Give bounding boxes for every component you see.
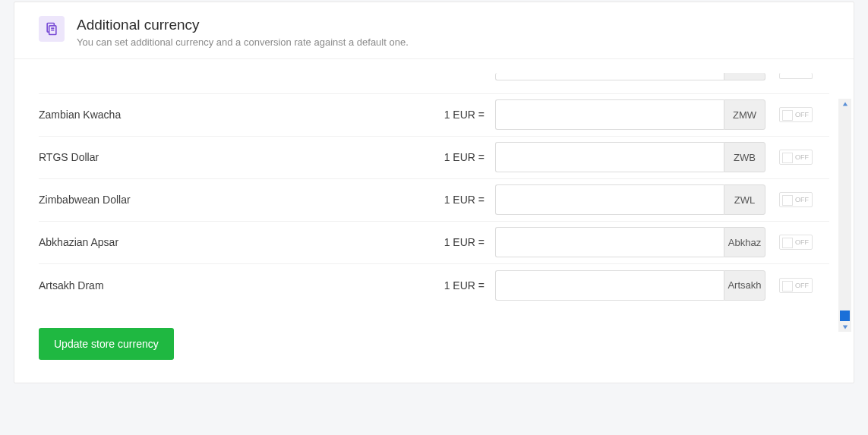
rate-input-group: Artsakh [495,270,765,301]
currency-name: RTGS Dollar [39,151,431,163]
conversion-rate-input[interactable] [495,270,724,301]
conversion-rate-input[interactable] [495,227,724,257]
update-store-currency-button[interactable]: Update store currency [39,328,174,360]
currency-name: Zambian Kwacha [39,109,431,121]
base-rate-label: 1 EUR = [431,194,485,206]
currency-row: Zambian Kwacha1 EUR =ZMWOFF [39,94,829,137]
conversion-rate-input[interactable] [495,73,724,80]
currency-row: RTGS Dollar1 EUR =ZWBOFF [39,137,829,179]
currency-name: Artsakh Dram [39,279,431,292]
conversion-rate-input[interactable] [495,142,724,172]
base-rate-label: 1 EUR = [431,279,485,292]
currency-toggle[interactable]: OFF [779,235,813,250]
currency-toggle[interactable]: OFF [779,150,813,165]
currency-code-addon: Artsakh [724,270,765,301]
rate-input-group: ZMW [495,99,765,130]
currency-rows: Zambian Kwacha1 EUR =ZMWOFFRTGS Dollar1 … [14,77,854,307]
scroll-thumb[interactable] [840,310,850,321]
currency-toggle[interactable]: OFF [779,192,813,207]
rate-input-group: ZWB [495,142,765,172]
currency-row: Artsakh Dram1 EUR =ArtsakhOFF [39,264,829,307]
scroll-up-arrow-icon[interactable] [838,99,851,109]
currency-code-addon [724,73,765,80]
svg-marker-5 [842,325,847,329]
currency-row [39,77,829,94]
conversion-rate-input[interactable] [495,99,724,130]
conversion-rate-input[interactable] [495,184,724,215]
base-rate-label: 1 EUR = [431,151,485,163]
currency-toggle[interactable]: OFF [779,278,813,293]
base-rate-label: 1 EUR = [431,236,485,248]
scroll-down-arrow-icon[interactable] [838,322,851,332]
currency-icon [39,16,65,42]
currency-name: Zimbabwean Dollar [39,194,431,206]
card-header: Additional currency You can set addition… [14,2,854,58]
currency-row: Abkhazian Apsar1 EUR =AbkhazOFF [39,222,829,264]
currency-toggle[interactable]: OFF [779,107,813,122]
card-title: Additional currency [77,16,409,35]
rate-input-group: ZWL [495,184,765,215]
currency-code-addon: ZMW [724,99,765,130]
scrollbar[interactable] [838,99,851,332]
header-divider [14,58,854,59]
currency-code-addon: Abkhaz [724,227,765,257]
rate-input-group [495,73,765,80]
currency-toggle[interactable] [779,73,813,79]
rate-input-group: Abkhaz [495,227,765,257]
currency-code-addon: ZWB [724,142,765,172]
currency-name: Abkhazian Apsar [39,236,431,248]
base-rate-label: 1 EUR = [431,109,485,121]
currency-code-addon: ZWL [724,184,765,215]
svg-marker-4 [842,102,847,106]
card-subtitle: You can set additional currency and a co… [77,36,409,48]
currency-card: Additional currency You can set addition… [14,2,854,383]
currency-row: Zimbabwean Dollar1 EUR =ZWLOFF [39,179,829,222]
